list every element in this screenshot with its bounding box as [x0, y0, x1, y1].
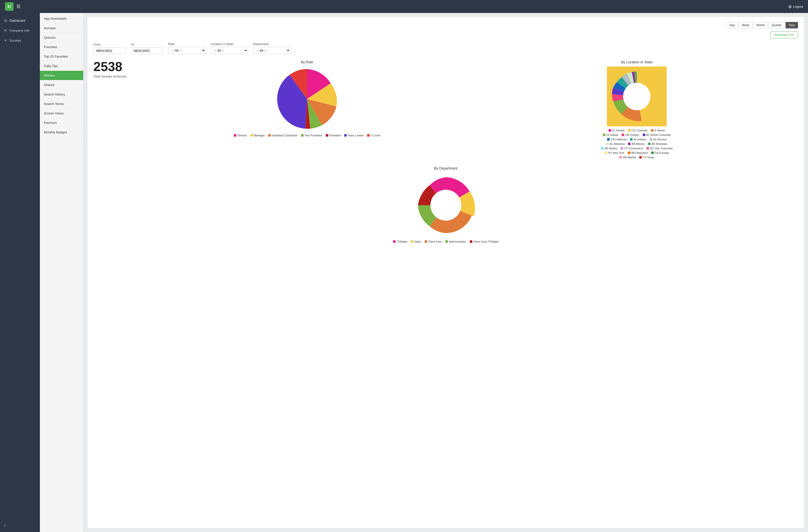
svg-point-1 [623, 83, 650, 110]
location-label: Location or State: [210, 42, 248, 46]
by-location-svg [607, 67, 667, 126]
location-select[interactable]: -- All -- [210, 47, 248, 54]
nav-search-history[interactable]: Search History [40, 90, 83, 99]
time-btn-year[interactable]: Year [786, 22, 798, 29]
filter-department: Department: -- All -- [253, 42, 290, 54]
nav-premium[interactable]: Premium [40, 118, 83, 128]
nav-top25-favorites[interactable]: Top 25 Favorites [40, 52, 83, 61]
nav-shared[interactable]: Shared [40, 80, 83, 90]
sidebar-item-surveys[interactable]: ✈ Surveys [0, 35, 40, 45]
main-content: Day Week Month Quarter Year Download CSV… [84, 13, 808, 532]
from-label: From: [93, 43, 126, 47]
filter-to: To: [131, 43, 163, 54]
logo: EI [5, 2, 14, 11]
by-location-chart: By Location or State [476, 60, 798, 159]
topnav-left: EI ☰ [5, 2, 20, 11]
stat-label: Total Streaks Achieved [93, 75, 138, 78]
filter-location: Location or State: -- All -- [210, 42, 248, 54]
department-label: Department: [253, 42, 290, 46]
sidebar-item-company-info[interactable]: ✉ Company Info [0, 25, 40, 35]
nav-quizzes[interactable]: Quizzes [40, 33, 83, 42]
by-role-title: By Role [301, 60, 313, 64]
stat-number: 2538 [93, 60, 138, 73]
time-btn-week[interactable]: Week [738, 22, 752, 29]
time-range-row: Day Week Month Quarter Year [93, 22, 798, 29]
filter-role: Role: -- All -- [168, 42, 206, 54]
by-role-chart: By Role [146, 60, 468, 137]
download-csv-button[interactable]: Download CSV [770, 32, 798, 38]
time-btn-month[interactable]: Month [753, 22, 768, 29]
time-btn-quarter[interactable]: Quarter [768, 22, 785, 29]
surveys-icon: ✈ [4, 38, 7, 42]
nav-streaks[interactable]: Streaks [40, 71, 83, 80]
hamburger-icon[interactable]: ☰ [16, 4, 20, 9]
filters-row: From: To: Role: -- All -- Location or St… [93, 42, 798, 54]
left-sidebar: ◎ Dashboard ✉ Company Info ✈ Surveys ‹ [0, 13, 40, 532]
by-role-svg [275, 67, 339, 131]
logout-label: Logout [793, 5, 803, 8]
role-select[interactable]: -- All -- [168, 47, 206, 54]
to-input[interactable] [131, 48, 163, 54]
content-card: Day Week Month Quarter Year Download CSV… [88, 17, 804, 528]
role-label: Role: [168, 42, 206, 46]
charts-area: 2538 Total Streaks Achieved By Role [93, 60, 798, 243]
nav-daily-tips[interactable]: Daily Tips [40, 61, 83, 71]
sidebar-item-label: Company Info [10, 29, 30, 32]
from-input[interactable] [93, 48, 126, 54]
top-nav: EI ☰ ⏻ Logout [0, 0, 808, 13]
nav-app-downloads[interactable]: App Downloads [40, 14, 83, 23]
by-department-legend: IT/Digital Sales Client Care Administrat… [393, 240, 498, 243]
sidebar-item-dashboard[interactable]: ◎ Dashboard [0, 16, 40, 25]
logout-button[interactable]: ⏻ Logout [788, 5, 803, 8]
dashboard-icon: ◎ [4, 18, 7, 22]
by-department-svg [414, 173, 478, 238]
filter-from: From: [93, 43, 126, 54]
department-select[interactable]: -- All -- [253, 47, 290, 54]
nav-surveys[interactable]: Surveys [40, 23, 83, 33]
power-icon: ⏻ [788, 5, 792, 8]
nav-favorites[interactable]: Favorites [40, 42, 83, 52]
nav-screen-views[interactable]: Screen Views [40, 109, 83, 118]
by-location-title: By Location or State [621, 60, 653, 64]
by-location-legend: FL Florida CO Colorado IL Illinois HI Ha… [600, 129, 674, 159]
svg-point-2 [430, 190, 461, 221]
company-icon: ✉ [4, 29, 7, 32]
by-role-legend: Director Manager Individual Contributor … [234, 134, 380, 137]
time-btn-day[interactable]: Day [726, 22, 738, 29]
by-department-chart: By Department [93, 166, 798, 243]
csv-row: Download CSV [93, 32, 798, 38]
collapse-button[interactable]: ‹ [0, 519, 40, 532]
nav-monthly-badges[interactable]: Monthly Badges [40, 128, 83, 137]
sidebar-item-label: Dashboard [10, 19, 25, 22]
main-layout: ◎ Dashboard ✉ Company Info ✈ Surveys ‹ A… [0, 13, 808, 532]
sidebar-item-label: Surveys [10, 39, 21, 42]
stat-box: 2538 Total Streaks Achieved [93, 60, 138, 78]
to-label: To: [131, 43, 163, 47]
by-department-title: By Department [434, 166, 457, 170]
second-sidebar: App Downloads Surveys Quizzes Favorites … [40, 13, 84, 532]
nav-search-terms[interactable]: Search Terms [40, 99, 83, 109]
